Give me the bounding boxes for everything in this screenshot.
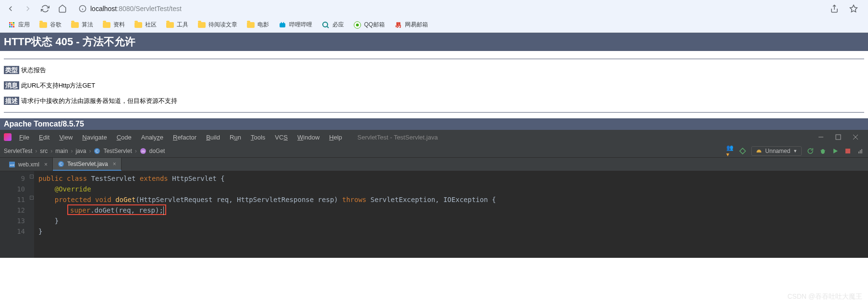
run-button[interactable]	[831, 147, 839, 155]
share-button[interactable]	[828, 2, 841, 15]
tomcat-version: Apache Tomcat/8.5.75	[0, 118, 868, 130]
folder-icon	[198, 21, 206, 29]
breadcrumb[interactable]: ServletTest› src› main› java› C TestServ…	[4, 148, 165, 154]
editor-tabs: xml web.xml × C TestServlet.java ×	[0, 158, 868, 171]
menu-help[interactable]: Help	[325, 132, 346, 143]
bookmark-folder[interactable]: 算法	[67, 19, 97, 31]
menu-file[interactable]: File	[15, 132, 33, 143]
user-icon[interactable]: 👥▾	[726, 147, 734, 155]
bookmark-link[interactable]: QQ邮箱	[350, 19, 389, 31]
ide-menu-bar: File Edit View Navigate Code Analyze Ref…	[0, 130, 868, 144]
url-bar[interactable]: localhost:8080/ServletTest/test	[73, 1, 824, 16]
close-icon[interactable]: ×	[113, 161, 116, 167]
bookmark-folder[interactable]: 资料	[99, 19, 129, 31]
browser-toolbar: localhost:8080/ServletTest/test	[0, 0, 868, 17]
bookmark-link[interactable]: 必应	[318, 19, 348, 31]
folder-icon	[71, 21, 79, 29]
bookmark-star-button[interactable]	[847, 2, 860, 15]
svg-rect-22	[845, 149, 850, 153]
close-icon[interactable]: ×	[44, 161, 48, 168]
bookmarks-bar: 应用 谷歌 算法 资料 社区 工具 待阅读文章 电影 哔哩哔哩 必应 QQ邮箱 …	[0, 17, 868, 33]
bilibili-icon	[279, 21, 286, 29]
menu-refactor[interactable]: Refactor	[169, 132, 200, 143]
chevron-down-icon: ▼	[793, 149, 797, 153]
bookmark-folder[interactable]: 电影	[243, 19, 273, 31]
fold-gutter: − −	[29, 171, 35, 258]
bookmark-link[interactable]: 哔哩哔哩	[275, 19, 316, 31]
bing-icon	[322, 21, 330, 29]
folder-icon	[103, 21, 110, 29]
ide-window-title: ServletTest - TestServlet.java	[357, 134, 438, 141]
site-info-icon[interactable]	[79, 5, 86, 13]
forward-button[interactable]	[21, 2, 35, 15]
stop-button[interactable]	[844, 147, 852, 155]
bookmark-folder[interactable]: 工具	[162, 19, 192, 31]
svg-text:C: C	[96, 149, 99, 153]
menu-navigate[interactable]: Navigate	[78, 132, 110, 143]
menu-edit[interactable]: Edit	[35, 132, 53, 143]
highlighted-code: super.doGet(req, resp);	[67, 204, 166, 215]
minimize-button[interactable]	[818, 134, 824, 140]
fold-toggle[interactable]: −	[30, 196, 34, 200]
svg-text:C: C	[60, 162, 63, 166]
error-type-line: 类型 状态报告	[4, 66, 864, 75]
csdn-watermark: CSDN @吞吞吐吐大魔王	[787, 292, 862, 301]
divider	[4, 59, 864, 59]
svg-point-8	[356, 24, 359, 26]
intellij-logo-icon	[4, 133, 12, 141]
rerun-button[interactable]	[807, 147, 814, 155]
tomcat-error-page: HTTP状态 405 - 方法不允许 类型 状态报告 消息 此URL不支持Htt…	[0, 33, 868, 130]
close-button[interactable]	[853, 134, 858, 140]
menu-vcs[interactable]: VCS	[271, 132, 292, 143]
divider	[4, 112, 864, 113]
maximize-button[interactable]	[835, 134, 841, 140]
menu-tools[interactable]: Tools	[247, 132, 269, 143]
code-editor[interactable]: 9 10 11 12 13 14 − − public class TestSe…	[0, 171, 868, 258]
bookmark-folder[interactable]: 谷歌	[36, 19, 65, 31]
menu-run[interactable]: Run	[226, 132, 245, 143]
line-number-gutter: 9 10 11 12 13 14	[0, 171, 29, 258]
folder-icon	[247, 21, 255, 29]
svg-marker-21	[833, 149, 838, 153]
tab-label: TestServlet.java	[67, 161, 108, 167]
tab-testservlet-java[interactable]: C TestServlet.java ×	[53, 158, 122, 171]
svg-rect-24	[860, 150, 861, 153]
reload-button[interactable]	[38, 2, 52, 15]
svg-text:易: 易	[395, 22, 401, 28]
bookmark-folder[interactable]: 待阅读文章	[194, 19, 241, 31]
svg-point-5	[323, 22, 328, 27]
menu-view[interactable]: View	[55, 132, 76, 143]
menu-build[interactable]: Build	[202, 132, 224, 143]
apps-label: 应用	[18, 21, 30, 29]
ide-window: File Edit View Navigate Code Analyze Ref…	[0, 130, 868, 258]
apps-grid-icon	[8, 21, 15, 29]
back-button[interactable]	[4, 2, 17, 15]
run-configuration-selector[interactable]: Unnamed ▼	[751, 146, 802, 156]
menu-window[interactable]: Window	[293, 132, 323, 143]
fold-toggle[interactable]: −	[30, 175, 34, 178]
profiler-button[interactable]	[856, 147, 864, 155]
code-area[interactable]: public class TestServlet extends HttpSer…	[35, 171, 868, 258]
bookmark-link[interactable]: 易网易邮箱	[391, 19, 432, 31]
svg-point-18	[821, 149, 825, 154]
svg-text:m: m	[141, 149, 145, 153]
svg-rect-25	[861, 149, 862, 153]
tomcat-icon	[756, 148, 762, 154]
menu-analyze[interactable]: Analyze	[137, 132, 167, 143]
bookmark-folder[interactable]: 社区	[131, 19, 160, 31]
menu-code[interactable]: Code	[113, 132, 135, 143]
folder-icon	[134, 21, 142, 29]
svg-rect-23	[858, 152, 859, 153]
svg-line-6	[327, 26, 329, 28]
tab-web-xml[interactable]: xml web.xml ×	[4, 158, 53, 171]
tab-label: web.xml	[18, 161, 39, 168]
home-button[interactable]	[56, 2, 69, 15]
error-message-line: 消息 此URL不支持Http方法GET	[4, 81, 864, 90]
svg-marker-3	[850, 5, 857, 12]
build-icon[interactable]	[739, 147, 746, 155]
java-class-icon: C	[58, 161, 64, 167]
text-cursor	[163, 206, 164, 215]
error-description-line: 描述 请求行中接收的方法由源服务器知道，但目标资源不支持	[4, 97, 864, 105]
debug-button[interactable]	[819, 147, 827, 155]
apps-button[interactable]: 应用	[4, 19, 34, 31]
